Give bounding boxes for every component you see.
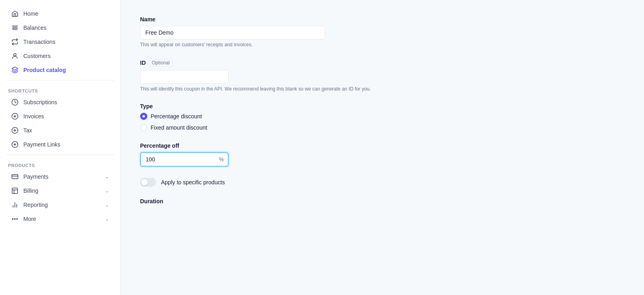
id-label: ID Optional — [140, 59, 464, 67]
sidebar-item-balances[interactable]: Balances — [3, 21, 117, 35]
transactions-icon — [11, 38, 19, 45]
type-field-group: Type Percentage discount Fixed amount di… — [140, 103, 464, 131]
sidebar-item-more[interactable]: More ⌄ — [3, 212, 117, 226]
svg-point-24 — [14, 219, 15, 219]
svg-point-4 — [14, 54, 16, 56]
sidebar-item-subscriptions-label: Subscriptions — [23, 99, 57, 105]
shortcuts-section-label: Shortcuts — [0, 84, 120, 95]
sidebar-item-transactions-label: Transactions — [23, 39, 56, 45]
optional-badge: Optional — [149, 59, 173, 67]
sidebar-item-product-catalog-label: Product catalog — [23, 67, 66, 73]
sidebar: Home Balances — [0, 0, 121, 295]
id-field-group: ID Optional This will identify this coup… — [140, 59, 464, 92]
sidebar-item-payments-label: Payments — [23, 173, 100, 180]
sidebar-item-reporting[interactable]: Reporting ⌄ — [3, 198, 117, 212]
home-icon — [11, 10, 19, 17]
billing-chevron-icon: ⌄ — [105, 188, 109, 194]
name-label: Name — [140, 16, 464, 23]
sidebar-item-payments[interactable]: Payments ⌄ — [3, 170, 117, 184]
more-chevron-icon: ⌄ — [105, 216, 109, 222]
customers-icon — [11, 52, 19, 60]
radio-percentage-input[interactable] — [140, 113, 147, 120]
payments-icon — [11, 173, 19, 180]
duration-label: Duration — [140, 198, 464, 204]
id-input[interactable] — [140, 70, 229, 84]
svg-rect-17 — [12, 188, 18, 194]
apply-specific-group: Apply to specific products — [140, 178, 464, 187]
sidebar-item-customers[interactable]: Customers — [3, 49, 117, 63]
svg-rect-15 — [12, 175, 18, 179]
payments-chevron-icon: ⌄ — [105, 174, 109, 179]
name-input[interactable] — [140, 26, 325, 39]
balances-icon — [11, 24, 19, 31]
duration-group: Duration — [140, 198, 464, 204]
sidebar-divider-1 — [6, 80, 114, 80]
sidebar-item-tax-label: Tax — [23, 127, 32, 134]
name-field-group: Name This will appear on customers' rece… — [140, 16, 464, 47]
sidebar-item-home[interactable]: Home — [3, 7, 117, 21]
radio-percentage-discount[interactable]: Percentage discount — [140, 113, 464, 120]
reporting-icon — [11, 201, 19, 208]
sidebar-item-home-label: Home — [23, 10, 38, 17]
type-label: Type — [140, 103, 464, 109]
percentage-off-input[interactable] — [140, 152, 229, 167]
type-radio-group: Percentage discount Fixed amount discoun… — [140, 113, 464, 131]
percentage-off-label: Percentage off — [140, 142, 464, 149]
name-hint: This will appear on customers' receipts … — [140, 42, 464, 47]
sidebar-item-reporting-label: Reporting — [23, 202, 100, 208]
sidebar-item-payment-links-label: Payment Links — [23, 141, 60, 148]
more-icon — [11, 215, 19, 223]
sidebar-item-product-catalog[interactable]: Product catalog — [3, 63, 117, 77]
apply-specific-toggle-item[interactable]: Apply to specific products — [140, 178, 464, 187]
svg-point-23 — [12, 219, 13, 219]
sidebar-divider-2 — [6, 155, 114, 155]
percentage-off-field-group: Percentage off % — [140, 142, 464, 167]
radio-fixed-input[interactable] — [140, 124, 147, 131]
radio-percentage-label: Percentage discount — [151, 113, 202, 120]
sidebar-item-billing[interactable]: Billing ⌄ — [3, 184, 117, 198]
product-catalog-icon — [11, 66, 19, 74]
radio-fixed-discount[interactable]: Fixed amount discount — [140, 124, 464, 131]
sidebar-item-customers-label: Customers — [23, 53, 51, 59]
reporting-chevron-icon: ⌄ — [105, 202, 109, 208]
main-content: Name This will appear on customers' rece… — [121, 0, 644, 295]
apply-specific-toggle[interactable] — [140, 178, 156, 187]
products-section-label: Products — [0, 158, 120, 169]
svg-point-25 — [17, 219, 17, 219]
sidebar-item-more-label: More — [23, 216, 100, 222]
subscriptions-icon — [11, 99, 19, 106]
apply-specific-label: Apply to specific products — [161, 179, 225, 186]
invoices-icon — [11, 113, 19, 120]
sidebar-item-transactions[interactable]: Transactions — [3, 35, 117, 49]
sidebar-item-balances-label: Balances — [23, 25, 47, 31]
sidebar-item-payment-links[interactable]: Payment Links — [3, 138, 117, 151]
id-hint: This will identify this coupon in the AP… — [140, 86, 464, 92]
payment-links-icon — [11, 141, 19, 148]
sidebar-item-billing-label: Billing — [23, 188, 100, 194]
sidebar-item-subscriptions[interactable]: Subscriptions — [3, 95, 117, 109]
sidebar-item-invoices[interactable]: Invoices — [3, 109, 117, 123]
sidebar-item-invoices-label: Invoices — [23, 113, 44, 120]
billing-icon — [11, 187, 19, 194]
form-container: Name This will appear on customers' rece… — [121, 0, 483, 232]
sidebar-item-tax[interactable]: Tax — [3, 124, 117, 137]
sidebar-nav: Home Balances — [0, 0, 120, 233]
radio-fixed-label: Fixed amount discount — [151, 124, 207, 131]
tax-icon — [11, 127, 19, 134]
percentage-off-input-wrapper: % — [140, 152, 229, 167]
